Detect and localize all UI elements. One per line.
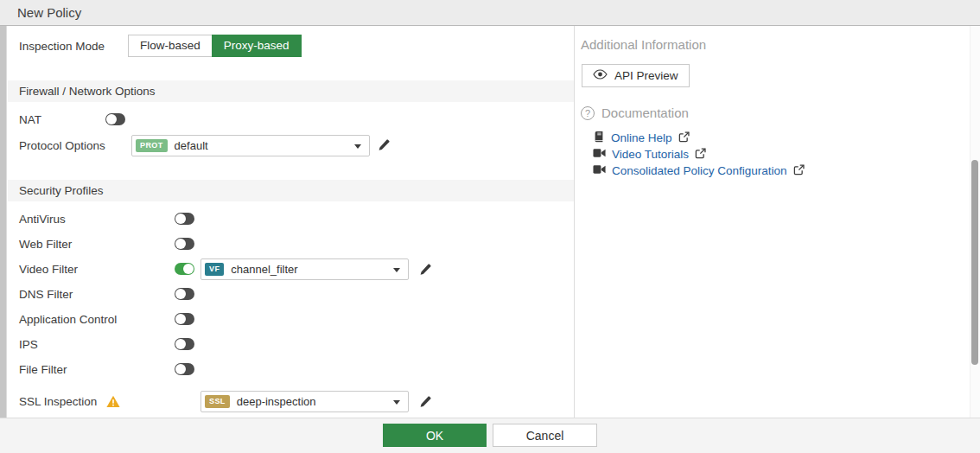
chevron-down-icon bbox=[393, 268, 400, 272]
consolidated-policy-configuration-link[interactable]: Consolidated Policy Configuration bbox=[593, 163, 805, 179]
vertical-scrollbar-thumb[interactable] bbox=[971, 160, 978, 365]
ssl-inspection-dropdown[interactable]: SSL deep-inspection bbox=[200, 391, 409, 412]
video-filter-dropdown[interactable]: VF channel_filter bbox=[200, 258, 409, 280]
antivirus-toggle[interactable] bbox=[175, 213, 194, 225]
video-filter-toggle[interactable] bbox=[175, 263, 194, 275]
pencil-icon bbox=[418, 263, 434, 277]
dns-filter-label: DNS Filter bbox=[19, 288, 73, 301]
application-control-toggle[interactable] bbox=[175, 313, 194, 325]
warning-icon bbox=[106, 395, 120, 411]
inspection-mode-label: Inspection Mode bbox=[19, 40, 105, 53]
video-filter-label: Video Filter bbox=[19, 263, 78, 276]
protocol-options-dropdown[interactable]: PROT default bbox=[131, 135, 370, 156]
documentation-label: Documentation bbox=[601, 105, 689, 120]
video-tutorials-link[interactable]: Video Tutorials bbox=[593, 146, 805, 163]
ips-toggle[interactable] bbox=[175, 338, 194, 350]
antivirus-label: AntiVirus bbox=[19, 213, 66, 226]
firewall-network-options-header: Firewall / Network Options bbox=[8, 80, 574, 102]
flow-based-button[interactable]: Flow-based bbox=[128, 35, 212, 57]
chevron-down-icon bbox=[354, 144, 361, 149]
web-filter-label: Web Filter bbox=[19, 238, 72, 251]
online-help-label: Online Help bbox=[611, 131, 672, 144]
dns-filter-toggle[interactable] bbox=[175, 288, 194, 300]
external-link-icon bbox=[678, 131, 690, 145]
dialog-title: New Policy bbox=[0, 0, 980, 26]
inspection-mode-segmented-control: Flow-based Proxy-based bbox=[128, 35, 302, 57]
nat-label: NAT bbox=[19, 113, 41, 126]
dialog-footer bbox=[0, 418, 980, 453]
panel-divider bbox=[574, 26, 575, 418]
proxy-based-button[interactable]: Proxy-based bbox=[212, 35, 302, 57]
additional-information-title: Additional Information bbox=[581, 37, 706, 52]
documentation-header: ? Documentation bbox=[581, 105, 689, 120]
ssl-inspection-label-text: SSL Inspection bbox=[19, 395, 97, 408]
pencil-icon bbox=[418, 395, 434, 409]
web-filter-toggle[interactable] bbox=[175, 238, 194, 250]
application-control-label: Application Control bbox=[19, 313, 117, 326]
chevron-down-icon bbox=[393, 400, 400, 405]
ssl-inspection-edit-button[interactable] bbox=[418, 394, 434, 410]
api-preview-label: API Preview bbox=[614, 69, 678, 82]
video-filter-edit-button[interactable] bbox=[418, 262, 434, 278]
external-link-icon bbox=[695, 148, 706, 162]
documentation-links: Online Help Video Tutorials Consolidated… bbox=[593, 130, 805, 179]
security-profiles-header: Security Profiles bbox=[8, 180, 574, 201]
protocol-options-edit-button[interactable] bbox=[377, 137, 392, 153]
ssl-badge: SSL bbox=[205, 395, 230, 408]
video-filter-value: channel_filter bbox=[231, 263, 297, 276]
protocol-options-label: Protocol Options bbox=[19, 139, 105, 152]
pencil-icon bbox=[377, 138, 392, 152]
external-link-icon bbox=[793, 164, 805, 178]
ssl-inspection-label: SSL Inspection bbox=[19, 395, 120, 411]
video-tutorials-label: Video Tutorials bbox=[612, 148, 689, 161]
vf-badge: VF bbox=[205, 263, 224, 276]
prot-badge: PROT bbox=[136, 139, 168, 152]
ok-button[interactable]: OK bbox=[383, 424, 487, 447]
nat-toggle[interactable] bbox=[105, 113, 125, 125]
ips-label: IPS bbox=[19, 338, 38, 351]
left-scroll-strip[interactable] bbox=[0, 26, 7, 418]
book-icon bbox=[593, 131, 605, 145]
protocol-options-value: default bbox=[175, 139, 208, 152]
api-preview-button[interactable]: API Preview bbox=[582, 64, 690, 87]
video-icon bbox=[593, 164, 606, 177]
vertical-scrollbar-track[interactable] bbox=[970, 26, 980, 418]
file-filter-label: File Filter bbox=[19, 363, 67, 376]
online-help-link[interactable]: Online Help bbox=[593, 130, 805, 146]
eye-icon bbox=[593, 69, 608, 82]
video-icon bbox=[593, 148, 606, 161]
ssl-inspection-value: deep-inspection bbox=[237, 395, 316, 408]
file-filter-toggle[interactable] bbox=[175, 363, 194, 375]
question-mark-icon: ? bbox=[581, 106, 595, 120]
cancel-button[interactable]: Cancel bbox=[493, 424, 597, 447]
consolidated-policy-configuration-label: Consolidated Policy Configuration bbox=[612, 164, 787, 177]
